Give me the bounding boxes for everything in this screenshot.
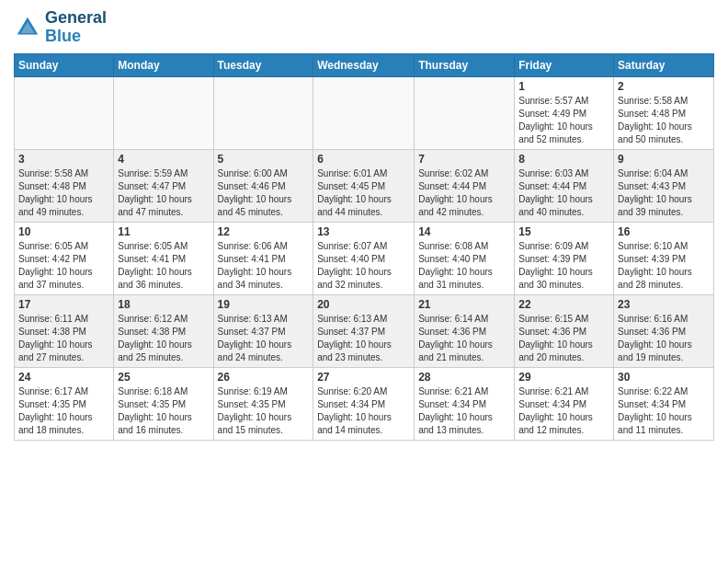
calendar-cell: 7Sunrise: 6:02 AMSunset: 4:44 PMDaylight… [415,149,515,222]
day-info: Sunrise: 6:18 AMSunset: 4:35 PMDaylight:… [118,385,209,437]
week-row-2: 10Sunrise: 6:05 AMSunset: 4:42 PMDayligh… [15,222,714,294]
logo-text-line2: Blue [45,28,107,46]
day-number: 21 [418,298,510,311]
calendar-cell: 1Sunrise: 5:57 AMSunset: 4:49 PMDaylight… [515,76,614,149]
day-info: Sunrise: 6:19 AMSunset: 4:35 PMDaylight:… [218,385,310,437]
calendar-cell: 24Sunrise: 6:17 AMSunset: 4:35 PMDayligh… [15,367,114,440]
day-number: 7 [418,153,510,166]
day-number: 9 [618,153,710,166]
weekday-header-tuesday: Tuesday [213,53,313,76]
day-info: Sunrise: 6:04 AMSunset: 4:43 PMDaylight:… [618,167,710,219]
calendar-cell: 21Sunrise: 6:14 AMSunset: 4:36 PMDayligh… [415,294,515,367]
day-number: 25 [118,371,209,384]
calendar-cell: 16Sunrise: 6:10 AMSunset: 4:39 PMDayligh… [614,222,714,294]
calendar-cell: 12Sunrise: 6:06 AMSunset: 4:41 PMDayligh… [213,222,313,294]
calendar-cell [15,76,114,149]
day-info: Sunrise: 6:14 AMSunset: 4:36 PMDaylight:… [418,313,510,364]
week-row-0: 1Sunrise: 5:57 AMSunset: 4:49 PMDaylight… [15,76,714,149]
weekday-header-wednesday: Wednesday [313,53,415,76]
day-info: Sunrise: 5:58 AMSunset: 4:48 PMDaylight:… [618,95,710,146]
calendar-cell: 2Sunrise: 5:58 AMSunset: 4:48 PMDaylight… [614,76,714,149]
day-info: Sunrise: 6:09 AMSunset: 4:39 PMDaylight:… [518,240,609,292]
week-row-1: 3Sunrise: 5:58 AMSunset: 4:48 PMDaylight… [15,149,714,222]
day-info: Sunrise: 6:22 AMSunset: 4:34 PMDaylight:… [618,385,710,437]
calendar-cell: 19Sunrise: 6:13 AMSunset: 4:37 PMDayligh… [213,294,313,367]
day-number: 26 [218,371,310,384]
calendar-cell: 5Sunrise: 6:00 AMSunset: 4:46 PMDaylight… [213,149,313,222]
day-number: 2 [618,80,710,93]
day-number: 19 [218,298,310,311]
day-number: 13 [317,225,410,238]
day-info: Sunrise: 6:13 AMSunset: 4:37 PMDaylight:… [218,313,310,364]
day-info: Sunrise: 5:58 AMSunset: 4:48 PMDaylight:… [18,167,109,219]
page-header: General Blue [14,9,714,46]
calendar-cell: 23Sunrise: 6:16 AMSunset: 4:36 PMDayligh… [614,294,714,367]
calendar-cell: 4Sunrise: 5:59 AMSunset: 4:47 PMDaylight… [114,149,213,222]
day-number: 20 [317,298,410,311]
logo-text-line1: General [45,9,107,28]
day-info: Sunrise: 5:59 AMSunset: 4:47 PMDaylight:… [118,167,209,219]
day-info: Sunrise: 6:08 AMSunset: 4:40 PMDaylight:… [418,240,510,292]
day-number: 6 [317,153,410,166]
day-info: Sunrise: 6:15 AMSunset: 4:36 PMDaylight:… [518,313,609,364]
day-info: Sunrise: 6:07 AMSunset: 4:40 PMDaylight:… [317,240,410,292]
day-number: 5 [218,153,310,166]
day-number: 1 [518,80,609,93]
day-number: 30 [618,371,710,384]
calendar-cell: 28Sunrise: 6:21 AMSunset: 4:34 PMDayligh… [415,367,515,440]
calendar-cell [313,76,415,149]
day-info: Sunrise: 6:21 AMSunset: 4:34 PMDaylight:… [518,385,609,437]
week-row-4: 24Sunrise: 6:17 AMSunset: 4:35 PMDayligh… [15,367,714,440]
calendar-table: SundayMondayTuesdayWednesdayThursdayFrid… [14,53,714,441]
day-info: Sunrise: 6:11 AMSunset: 4:38 PMDaylight:… [18,313,109,364]
day-info: Sunrise: 6:03 AMSunset: 4:44 PMDaylight:… [518,167,609,219]
day-number: 11 [118,225,209,238]
day-number: 17 [18,298,109,311]
calendar-cell: 10Sunrise: 6:05 AMSunset: 4:42 PMDayligh… [15,222,114,294]
calendar-container: General Blue SundayMondayTuesdayWednesda… [0,0,728,450]
day-number: 4 [118,153,209,166]
day-number: 16 [618,225,710,238]
weekday-header-friday: Friday [515,53,614,76]
calendar-cell: 8Sunrise: 6:03 AMSunset: 4:44 PMDaylight… [515,149,614,222]
logo-icon [14,14,41,41]
calendar-cell: 22Sunrise: 6:15 AMSunset: 4:36 PMDayligh… [515,294,614,367]
day-number: 10 [18,225,109,238]
day-number: 14 [418,225,510,238]
day-number: 15 [518,225,609,238]
calendar-cell: 6Sunrise: 6:01 AMSunset: 4:45 PMDaylight… [313,149,415,222]
logo: General Blue [14,9,107,46]
calendar-cell: 27Sunrise: 6:20 AMSunset: 4:34 PMDayligh… [313,367,415,440]
day-number: 24 [18,371,109,384]
calendar-cell: 3Sunrise: 5:58 AMSunset: 4:48 PMDaylight… [15,149,114,222]
day-info: Sunrise: 6:12 AMSunset: 4:38 PMDaylight:… [118,313,209,364]
weekday-header-monday: Monday [114,53,213,76]
day-info: Sunrise: 6:01 AMSunset: 4:45 PMDaylight:… [317,167,410,219]
day-info: Sunrise: 6:13 AMSunset: 4:37 PMDaylight:… [317,313,410,364]
calendar-cell: 30Sunrise: 6:22 AMSunset: 4:34 PMDayligh… [614,367,714,440]
day-info: Sunrise: 6:05 AMSunset: 4:42 PMDaylight:… [18,240,109,292]
calendar-cell [114,76,213,149]
weekday-header-row: SundayMondayTuesdayWednesdayThursdayFrid… [15,53,714,76]
calendar-cell: 18Sunrise: 6:12 AMSunset: 4:38 PMDayligh… [114,294,213,367]
calendar-cell: 26Sunrise: 6:19 AMSunset: 4:35 PMDayligh… [213,367,313,440]
weekday-header-saturday: Saturday [614,53,714,76]
day-number: 22 [518,298,609,311]
calendar-cell: 20Sunrise: 6:13 AMSunset: 4:37 PMDayligh… [313,294,415,367]
calendar-cell: 29Sunrise: 6:21 AMSunset: 4:34 PMDayligh… [515,367,614,440]
day-info: Sunrise: 6:10 AMSunset: 4:39 PMDaylight:… [618,240,710,292]
day-number: 28 [418,371,510,384]
calendar-cell: 9Sunrise: 6:04 AMSunset: 4:43 PMDaylight… [614,149,714,222]
day-number: 12 [218,225,310,238]
day-number: 23 [618,298,710,311]
calendar-cell: 17Sunrise: 6:11 AMSunset: 4:38 PMDayligh… [15,294,114,367]
calendar-cell: 15Sunrise: 6:09 AMSunset: 4:39 PMDayligh… [515,222,614,294]
calendar-cell: 13Sunrise: 6:07 AMSunset: 4:40 PMDayligh… [313,222,415,294]
day-info: Sunrise: 6:17 AMSunset: 4:35 PMDaylight:… [18,385,109,437]
day-info: Sunrise: 6:16 AMSunset: 4:36 PMDaylight:… [618,313,710,364]
day-number: 18 [118,298,209,311]
day-number: 3 [18,153,109,166]
day-info: Sunrise: 6:05 AMSunset: 4:41 PMDaylight:… [118,240,209,292]
calendar-cell: 14Sunrise: 6:08 AMSunset: 4:40 PMDayligh… [415,222,515,294]
day-number: 8 [518,153,609,166]
